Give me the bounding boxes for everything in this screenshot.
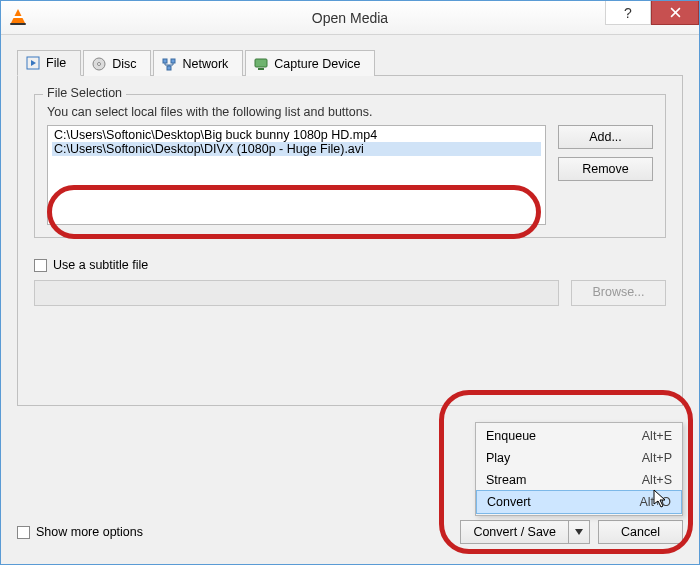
bottom-row: Show more options Convert / Save Cancel [17, 520, 683, 544]
tab-network-label: Network [182, 57, 228, 71]
remove-button[interactable]: Remove [558, 157, 653, 181]
menu-item-shortcut: Alt+O [639, 495, 671, 509]
file-list-item[interactable]: C:\Users\Softonic\Desktop\Big buck bunny… [52, 128, 541, 142]
tabstrip: File Disc Network Capture Device [17, 49, 683, 76]
vlc-cone-icon [9, 9, 27, 27]
browse-subtitle-button: Browse... [571, 280, 666, 306]
menu-item-label: Stream [486, 473, 526, 487]
close-button[interactable] [651, 1, 699, 25]
tab-disc-label: Disc [112, 57, 136, 71]
svg-point-2 [98, 62, 101, 65]
open-media-dialog: Open Media ? File Disc Network [0, 0, 700, 565]
file-selection-help: You can select local files with the foll… [47, 105, 653, 119]
svg-rect-7 [258, 68, 264, 70]
capture-icon [254, 57, 268, 71]
convert-save-button[interactable]: Convert / Save [460, 520, 569, 544]
convert-save-dropdown-toggle[interactable] [569, 520, 590, 544]
dialog-content: File Disc Network Capture Device File Se… [1, 35, 699, 564]
play-file-icon [26, 56, 40, 70]
disc-icon [92, 57, 106, 71]
svg-rect-6 [255, 59, 267, 67]
close-icon [670, 7, 681, 18]
show-more-label: Show more options [36, 525, 143, 539]
tab-network[interactable]: Network [153, 50, 243, 76]
menu-item-shortcut: Alt+E [642, 429, 672, 443]
file-list-item[interactable]: C:\Users\Softonic\Desktop\DIVX (1080p - … [52, 142, 541, 156]
use-subtitle-label: Use a subtitle file [53, 258, 148, 272]
menu-item-convert[interactable]: Convert Alt+O [476, 490, 682, 514]
network-icon [162, 57, 176, 71]
tab-file-label: File [46, 56, 66, 70]
chevron-down-icon [575, 529, 583, 535]
file-selection-legend: File Selection [43, 86, 126, 100]
show-more-checkbox[interactable] [17, 526, 30, 539]
tab-file[interactable]: File [17, 50, 81, 76]
help-button[interactable]: ? [605, 1, 651, 25]
svg-rect-3 [163, 59, 167, 63]
menu-item-shortcut: Alt+P [642, 451, 672, 465]
tab-disc[interactable]: Disc [83, 50, 151, 76]
menu-item-stream[interactable]: Stream Alt+S [476, 469, 682, 491]
tab-capture-label: Capture Device [274, 57, 360, 71]
menu-item-label: Convert [487, 495, 531, 509]
convert-save-dropdown-menu: Enqueue Alt+E Play Alt+P Stream Alt+S Co… [475, 422, 683, 516]
svg-rect-5 [167, 66, 171, 70]
menu-item-label: Play [486, 451, 510, 465]
add-button[interactable]: Add... [558, 125, 653, 149]
cancel-button[interactable]: Cancel [598, 520, 683, 544]
svg-rect-4 [171, 59, 175, 63]
menu-item-label: Enqueue [486, 429, 536, 443]
convert-save-split-button[interactable]: Convert / Save [460, 520, 590, 544]
menu-item-play[interactable]: Play Alt+P [476, 447, 682, 469]
subtitle-path-field [34, 280, 559, 306]
file-selection-group: File Selection You can select local file… [34, 94, 666, 238]
window-title: Open Media [312, 10, 388, 26]
use-subtitle-checkbox[interactable] [34, 259, 47, 272]
tab-capture[interactable]: Capture Device [245, 50, 375, 76]
file-tab-panel: File Selection You can select local file… [17, 76, 683, 406]
titlebar: Open Media ? [1, 1, 699, 35]
menu-item-shortcut: Alt+S [642, 473, 672, 487]
file-list[interactable]: C:\Users\Softonic\Desktop\Big buck bunny… [47, 125, 546, 225]
menu-item-enqueue[interactable]: Enqueue Alt+E [476, 425, 682, 447]
